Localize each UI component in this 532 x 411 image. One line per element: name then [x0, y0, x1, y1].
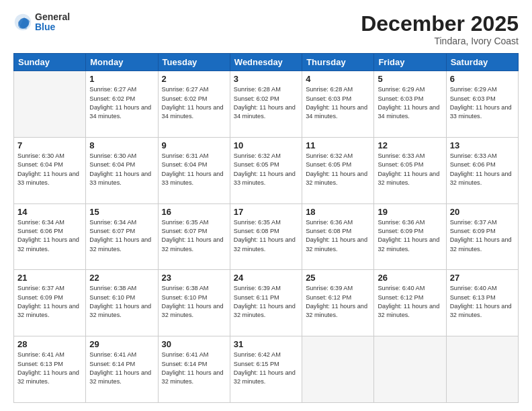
calendar-cell-w4-d7: 27Sunrise: 6:40 AM Sunset: 6:13 PM Dayli… [446, 270, 518, 336]
day-info: Sunrise: 6:33 AM Sunset: 6:05 PM Dayligh… [378, 152, 442, 187]
calendar-cell-w3-d6: 19Sunrise: 6:36 AM Sunset: 6:09 PM Dayli… [374, 203, 446, 270]
day-number: 3 [234, 74, 298, 84]
day-info: Sunrise: 6:37 AM Sunset: 6:09 PM Dayligh… [17, 284, 82, 320]
day-info: Sunrise: 6:33 AM Sunset: 6:06 PM Dayligh… [450, 152, 515, 187]
calendar-cell-w3-d5: 18Sunrise: 6:36 AM Sunset: 6:08 PM Dayli… [302, 203, 374, 270]
day-info: Sunrise: 6:36 AM Sunset: 6:09 PM Dayligh… [378, 218, 442, 254]
calendar-cell-w1-d2: 1Sunrise: 6:27 AM Sunset: 6:02 PM Daylig… [86, 71, 158, 138]
calendar-cell-w1-d5: 4Sunrise: 6:28 AM Sunset: 6:03 PM Daylig… [302, 71, 374, 138]
day-info: Sunrise: 6:42 AM Sunset: 6:15 PM Dayligh… [234, 351, 298, 386]
day-info: Sunrise: 6:27 AM Sunset: 6:02 PM Dayligh… [162, 85, 226, 121]
calendar-cell-w2-d1: 7Sunrise: 6:30 AM Sunset: 6:04 PM Daylig… [14, 137, 86, 203]
col-friday: Friday [374, 54, 446, 71]
day-number: 14 [17, 207, 82, 217]
day-number: 5 [378, 74, 442, 84]
day-number: 12 [378, 140, 442, 150]
calendar-cell-w5-d6 [374, 336, 446, 403]
location: Tindara, Ivory Coast [361, 36, 519, 46]
calendar-cell-w3-d4: 17Sunrise: 6:35 AM Sunset: 6:08 PM Dayli… [230, 203, 302, 270]
col-thursday: Thursday [302, 54, 374, 71]
day-info: Sunrise: 6:35 AM Sunset: 6:08 PM Dayligh… [234, 218, 298, 254]
day-number: 21 [17, 273, 82, 283]
day-number: 28 [17, 339, 82, 349]
day-number: 22 [89, 273, 154, 283]
col-tuesday: Tuesday [158, 54, 230, 71]
day-number: 29 [89, 339, 154, 349]
calendar-week-2: 7Sunrise: 6:30 AM Sunset: 6:04 PM Daylig… [14, 137, 519, 203]
calendar-cell-w2-d6: 12Sunrise: 6:33 AM Sunset: 6:05 PM Dayli… [374, 137, 446, 203]
day-info: Sunrise: 6:32 AM Sunset: 6:05 PM Dayligh… [306, 152, 370, 187]
day-number: 8 [89, 140, 154, 150]
day-number: 4 [306, 74, 370, 84]
calendar-cell-w5-d3: 30Sunrise: 6:41 AM Sunset: 6:14 PM Dayli… [158, 336, 230, 403]
col-monday: Monday [86, 54, 158, 71]
calendar-cell-w5-d1: 28Sunrise: 6:41 AM Sunset: 6:13 PM Dayli… [14, 336, 86, 403]
day-number: 2 [162, 74, 226, 84]
calendar-cell-w4-d4: 24Sunrise: 6:39 AM Sunset: 6:11 PM Dayli… [230, 270, 302, 336]
day-info: Sunrise: 6:30 AM Sunset: 6:04 PM Dayligh… [89, 152, 154, 187]
day-info: Sunrise: 6:35 AM Sunset: 6:07 PM Dayligh… [162, 218, 226, 254]
logo-general-text: General [35, 12, 70, 22]
day-info: Sunrise: 6:40 AM Sunset: 6:13 PM Dayligh… [450, 284, 515, 320]
day-info: Sunrise: 6:31 AM Sunset: 6:04 PM Dayligh… [162, 152, 226, 187]
calendar-cell-w2-d2: 8Sunrise: 6:30 AM Sunset: 6:04 PM Daylig… [86, 137, 158, 203]
logo-text: General Blue [35, 12, 70, 33]
day-number: 27 [450, 273, 515, 283]
calendar-week-1: 1Sunrise: 6:27 AM Sunset: 6:02 PM Daylig… [14, 71, 519, 138]
day-number: 1 [89, 74, 154, 84]
day-number: 11 [306, 140, 370, 150]
logo: General Blue [13, 12, 70, 33]
day-info: Sunrise: 6:27 AM Sunset: 6:02 PM Dayligh… [89, 85, 154, 121]
day-info: Sunrise: 6:28 AM Sunset: 6:02 PM Dayligh… [234, 85, 298, 121]
calendar-week-3: 14Sunrise: 6:34 AM Sunset: 6:06 PM Dayli… [14, 203, 519, 270]
day-info: Sunrise: 6:30 AM Sunset: 6:04 PM Dayligh… [17, 152, 82, 187]
day-info: Sunrise: 6:41 AM Sunset: 6:14 PM Dayligh… [89, 351, 154, 386]
month-title: December 2025 [361, 12, 519, 36]
calendar-cell-w4-d2: 22Sunrise: 6:38 AM Sunset: 6:10 PM Dayli… [86, 270, 158, 336]
calendar-cell-w4-d1: 21Sunrise: 6:37 AM Sunset: 6:09 PM Dayli… [14, 270, 86, 336]
calendar-cell-w2-d4: 10Sunrise: 6:32 AM Sunset: 6:05 PM Dayli… [230, 137, 302, 203]
calendar-cell-w2-d7: 13Sunrise: 6:33 AM Sunset: 6:06 PM Dayli… [446, 137, 518, 203]
day-info: Sunrise: 6:36 AM Sunset: 6:08 PM Dayligh… [306, 218, 370, 254]
calendar-cell-w5-d4: 31Sunrise: 6:42 AM Sunset: 6:15 PM Dayli… [230, 336, 302, 403]
calendar-cell-w2-d3: 9Sunrise: 6:31 AM Sunset: 6:04 PM Daylig… [158, 137, 230, 203]
day-number: 17 [234, 207, 298, 217]
day-number: 31 [234, 339, 298, 349]
day-number: 30 [162, 339, 226, 349]
day-info: Sunrise: 6:41 AM Sunset: 6:14 PM Dayligh… [162, 351, 226, 386]
calendar-week-4: 21Sunrise: 6:37 AM Sunset: 6:09 PM Dayli… [14, 270, 519, 336]
day-info: Sunrise: 6:32 AM Sunset: 6:05 PM Dayligh… [234, 152, 298, 187]
day-info: Sunrise: 6:37 AM Sunset: 6:09 PM Dayligh… [450, 218, 515, 254]
day-info: Sunrise: 6:29 AM Sunset: 6:03 PM Dayligh… [378, 85, 442, 121]
day-number: 24 [234, 273, 298, 283]
day-number: 6 [450, 74, 515, 84]
day-info: Sunrise: 6:39 AM Sunset: 6:11 PM Dayligh… [234, 284, 298, 320]
day-number: 18 [306, 207, 370, 217]
day-info: Sunrise: 6:40 AM Sunset: 6:12 PM Dayligh… [378, 284, 442, 320]
day-info: Sunrise: 6:41 AM Sunset: 6:13 PM Dayligh… [17, 351, 82, 386]
title-block: December 2025 Tindara, Ivory Coast [361, 12, 519, 46]
calendar-cell-w4-d3: 23Sunrise: 6:38 AM Sunset: 6:10 PM Dayli… [158, 270, 230, 336]
calendar-header-row: Sunday Monday Tuesday Wednesday Thursday… [14, 54, 519, 71]
calendar-cell-w3-d3: 16Sunrise: 6:35 AM Sunset: 6:07 PM Dayli… [158, 203, 230, 270]
calendar-cell-w3-d7: 20Sunrise: 6:37 AM Sunset: 6:09 PM Dayli… [446, 203, 518, 270]
calendar-cell-w1-d3: 2Sunrise: 6:27 AM Sunset: 6:02 PM Daylig… [158, 71, 230, 138]
day-info: Sunrise: 6:38 AM Sunset: 6:10 PM Dayligh… [162, 284, 226, 320]
day-number: 20 [450, 207, 515, 217]
logo-icon [13, 13, 32, 32]
day-number: 10 [234, 140, 298, 150]
day-number: 13 [450, 140, 515, 150]
calendar-week-5: 28Sunrise: 6:41 AM Sunset: 6:13 PM Dayli… [14, 336, 519, 403]
day-number: 19 [378, 207, 442, 217]
day-number: 9 [162, 140, 226, 150]
day-info: Sunrise: 6:39 AM Sunset: 6:12 PM Dayligh… [306, 284, 370, 320]
day-number: 25 [306, 273, 370, 283]
calendar-cell-w1-d1 [14, 71, 86, 138]
day-number: 15 [89, 207, 154, 217]
day-info: Sunrise: 6:34 AM Sunset: 6:06 PM Dayligh… [17, 218, 82, 254]
calendar-cell-w3-d2: 15Sunrise: 6:34 AM Sunset: 6:07 PM Dayli… [86, 203, 158, 270]
day-number: 16 [162, 207, 226, 217]
calendar-cell-w5-d7 [446, 336, 518, 403]
calendar-cell-w4-d5: 25Sunrise: 6:39 AM Sunset: 6:12 PM Dayli… [302, 270, 374, 336]
calendar-cell-w1-d4: 3Sunrise: 6:28 AM Sunset: 6:02 PM Daylig… [230, 71, 302, 138]
